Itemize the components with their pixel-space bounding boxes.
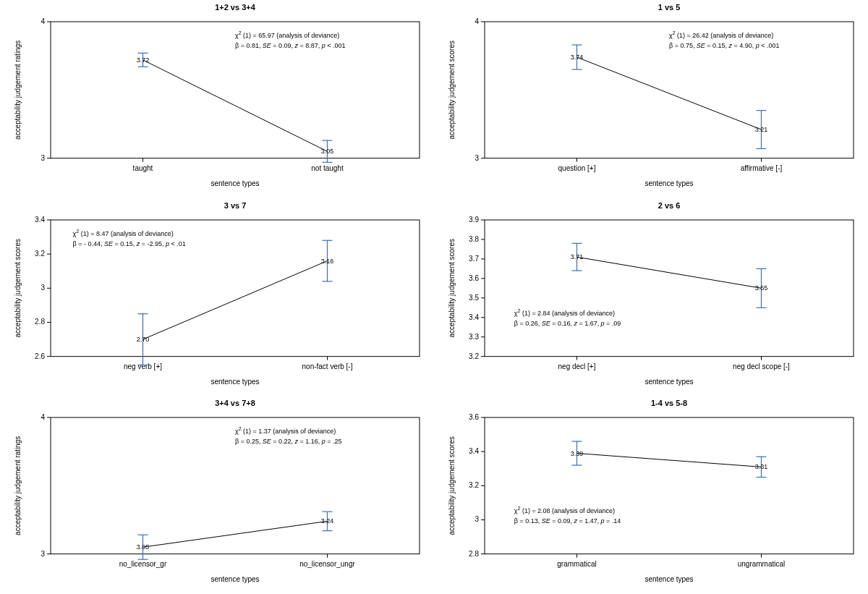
stats-chi2: χ2 (1) = 2.08 (analysis of deviance) xyxy=(514,506,615,514)
y-tick-label: 3 xyxy=(475,516,479,524)
stats-beta: β = 0.25, SE = 0.22, z = 1.16, p = .25 xyxy=(235,438,342,445)
y-tick-label: 3.4 xyxy=(35,216,45,224)
panel-title: 1+2 vs 3+4 xyxy=(215,3,255,12)
svg-rect-64 xyxy=(485,417,854,554)
stats-chi2: χ2 (1) = 8.47 (analysis of deviance) xyxy=(73,229,174,237)
x-axis-label: sentence types xyxy=(210,575,259,583)
y-axis-label: acceptability judgement ratings xyxy=(14,436,22,535)
y-axis-label: acceptability judgement scores xyxy=(14,239,22,338)
x-axis-label: sentence types xyxy=(210,179,259,187)
point-value-0: 3.05 xyxy=(137,544,150,551)
x-category-1: neg decl scope [-] xyxy=(733,362,790,370)
panel-title: 2 vs 6 xyxy=(658,201,681,210)
stats-beta: β = 0.26, SE = 0.16, z = 1.67, p = .09 xyxy=(514,320,621,327)
x-category-0: taught xyxy=(133,164,153,172)
svg-rect-36 xyxy=(485,220,854,357)
panel-4: 3+4 vs 7+8 34 no_licensor_gr no_licensor… xyxy=(0,396,434,594)
x-category-0: question [+] xyxy=(558,164,596,172)
stats-chi2: χ2 (1) = 65.97 (analysis of deviance) xyxy=(235,30,339,39)
point-value-1: 3.55 xyxy=(755,284,768,292)
x-category-1: affirmative [-] xyxy=(741,164,783,172)
panel-title: 1 vs 5 xyxy=(658,3,681,12)
x-category-0: grammatical xyxy=(557,560,596,568)
x-category-0: no_licensor_gr xyxy=(119,560,167,568)
stats-beta: β = 0.13, SE = 0.09, z = 1.47, p = .14 xyxy=(514,517,621,525)
y-tick-label: 3.8 xyxy=(469,235,479,243)
y-tick-label: 2.8 xyxy=(469,550,479,558)
panel-0: 1+2 vs 3+4 34 taught not taught sentence… xyxy=(0,0,434,198)
y-tick-label: 3 xyxy=(41,284,45,292)
stats-beta: β = - 0.44, SE = 0.15, z = -2.95, p < .0… xyxy=(73,240,186,247)
y-tick-label: 3.4 xyxy=(469,313,479,321)
stats-chi2: χ2 (1) = 2.84 (analysis of deviance) xyxy=(514,308,615,317)
stats-beta: β = 0.75, SE = 0.15, z = 4.90, p < .001 xyxy=(669,42,780,49)
point-value-0: 3.39 xyxy=(571,450,584,457)
point-value-1: 3.31 xyxy=(755,464,768,471)
x-category-1: no_licensor_ungr xyxy=(299,560,355,568)
point-value-1: 3.24 xyxy=(321,518,334,525)
panel-title: 3 vs 7 xyxy=(224,201,247,210)
point-value-0: 3.71 xyxy=(571,253,584,260)
y-tick-label: 3.3 xyxy=(469,332,479,340)
point-value-0: 3.72 xyxy=(137,56,150,64)
y-tick-label: 3.5 xyxy=(469,293,479,301)
x-category-0: neg decl [+] xyxy=(558,362,596,370)
panel-title: 3+4 vs 7+8 xyxy=(215,399,255,407)
series-line xyxy=(143,522,328,548)
y-axis-label: acceptability judgement scores xyxy=(448,41,456,140)
point-value-1: 3.05 xyxy=(321,148,334,155)
stats-beta: β = 0.81, SE = 0.09, z = 8.87, p < .001 xyxy=(235,42,346,49)
point-value-0: 2.70 xyxy=(137,336,150,343)
stats-chi2: χ2 (1) = 26.42 (analysis of deviance) xyxy=(669,30,773,39)
stats-chi2: χ2 (1) = 1.37 (analysis of deviance) xyxy=(235,426,336,435)
x-axis-label: sentence types xyxy=(644,575,693,583)
series-line xyxy=(577,257,762,288)
y-axis-label: acceptability judgement scores xyxy=(448,239,456,338)
y-tick-label: 3.2 xyxy=(35,250,45,258)
y-tick-label: 4 xyxy=(41,17,45,25)
y-tick-label: 3.6 xyxy=(469,413,479,421)
y-tick-label: 4 xyxy=(475,17,479,25)
point-value-0: 3.74 xyxy=(571,54,584,61)
point-value-1: 3.16 xyxy=(321,257,334,264)
x-axis-label: sentence types xyxy=(644,179,693,187)
y-tick-label: 2.8 xyxy=(35,318,45,326)
series-line xyxy=(577,454,762,467)
x-category-1: ungrammatical xyxy=(738,560,785,568)
chart-grid: 1+2 vs 3+4 34 taught not taught sentence… xyxy=(0,0,868,594)
y-tick-label: 3.9 xyxy=(469,216,479,224)
series-line xyxy=(143,60,328,151)
series-line xyxy=(143,260,328,339)
series-line xyxy=(577,57,762,130)
y-tick-label: 3.6 xyxy=(469,274,479,282)
y-tick-label: 3.2 xyxy=(469,482,479,490)
y-tick-label: 3.2 xyxy=(469,352,479,360)
point-value-1: 3.21 xyxy=(755,126,768,133)
y-tick-label: 3 xyxy=(41,154,45,162)
panel-2: 3 vs 7 2.62.833.23.4 neg verb [+] non-fa… xyxy=(0,198,434,396)
y-tick-label: 3.7 xyxy=(469,255,479,263)
y-tick-label: 4 xyxy=(41,413,45,421)
panel-1: 1 vs 5 34 question [+] affirmative [-] s… xyxy=(434,0,868,198)
x-axis-label: sentence types xyxy=(210,377,259,385)
x-axis-label: sentence types xyxy=(644,377,693,385)
panel-title: 1-4 vs 5-8 xyxy=(651,399,687,407)
x-category-1: non-fact verb [-] xyxy=(302,362,353,370)
y-tick-label: 3.4 xyxy=(469,447,479,455)
y-axis-label: acceptability judgement scores xyxy=(448,436,456,535)
x-category-1: not taught xyxy=(311,164,344,172)
y-tick-label: 2.6 xyxy=(35,352,45,360)
panel-3: 2 vs 6 3.23.33.43.53.63.73.83.9 neg decl… xyxy=(434,198,868,396)
y-tick-label: 3 xyxy=(41,550,45,558)
y-axis-label: acceptability judgement ratings xyxy=(14,41,22,140)
panel-5: 1-4 vs 5-8 2.833.23.43.6 grammatical ung… xyxy=(434,396,868,594)
y-tick-label: 3 xyxy=(475,154,479,162)
